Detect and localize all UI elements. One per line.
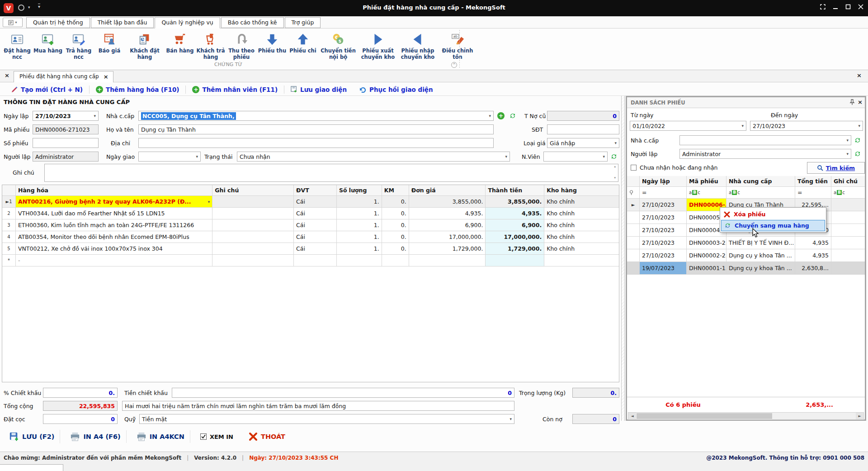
close-tab-right-icon[interactable]: × (857, 72, 862, 79)
ribbon-button-khach-dat-hang[interactable]: Khách đặt hàng (125, 31, 165, 62)
xem-in-checkbox[interactable]: XEM IN (195, 432, 239, 442)
add-item-button[interactable]: + Thêm hàng hóa (F10) (90, 86, 185, 93)
refresh-panel-user-icon[interactable] (853, 149, 862, 158)
maximize-icon[interactable] (845, 4, 851, 11)
n-vien-field[interactable]: ▾ (543, 152, 608, 162)
ngay-giao-field[interactable]: ▾ (138, 152, 201, 162)
print-a4-button[interactable]: IN A4 (F6) (65, 430, 126, 443)
col-kho-hang[interactable]: Kho hàng (544, 185, 619, 195)
filter-row[interactable]: = aBc aBc = aBc (627, 187, 865, 199)
ribbon-button-phieu-xuat-chuyen-kho[interactable]: Phiếu xuất chuyển kho (358, 31, 398, 62)
tien-chiet-khau-field[interactable]: 0 (172, 388, 514, 398)
exit-button[interactable]: THOÁT (243, 430, 291, 443)
print-a4kcn-button[interactable]: IN A4KCN (131, 430, 190, 443)
scroll-right-icon[interactable]: ► (856, 413, 863, 419)
tab-quan-tri-he-thong[interactable]: Quản trị hệ thống (26, 17, 90, 28)
abc-filter-icon[interactable]: aBc (726, 187, 795, 198)
app-menu-button[interactable]: ▾ (3, 18, 23, 27)
ribbon-button-bao-gia[interactable]: Báo giá (94, 31, 125, 55)
add-supplier-icon[interactable]: + (496, 111, 505, 120)
order-row-selected[interactable]: 19/07/2023 DHN00001-1... Dụng cụ y khoa … (627, 262, 865, 275)
col-dvt[interactable]: ĐVT (294, 185, 337, 195)
refresh-employee-icon[interactable] (609, 152, 618, 161)
new-button[interactable]: Tạo mới (Ctrl + N) (5, 86, 89, 93)
ribbon-button-dieu-chinh-ton[interactable]: ab Điều chỉnh tồn (438, 31, 477, 62)
item-row[interactable]: ► 1 ANT00216, Giường bệnh 2 tay quay ALK… (2, 196, 619, 208)
ribbon-button-phieu-nhap-chuyen-kho[interactable]: Phiếu nhập chuyển kho (398, 31, 438, 62)
ngay-lap-field[interactable]: 27/10/2023▾ (33, 111, 99, 121)
save-button[interactable]: LƯU (F2) (4, 430, 60, 443)
scrollbar-thumb[interactable] (637, 413, 772, 419)
tu-ngay-field[interactable]: 01/10/2022▾ (630, 121, 746, 131)
convert-to-purchase-menu-item[interactable]: Chuyển sang mua hàng (721, 220, 825, 231)
close-tab-left-icon[interactable]: × (5, 72, 9, 79)
scroll-left-icon[interactable]: ◄ (628, 413, 636, 419)
document-tab-active[interactable]: Phiếu đặt hàng nhà cung cấp × (14, 71, 113, 82)
ho-ten-field[interactable]: Dụng cụ Tân Thành (138, 124, 494, 134)
ribbon-button-phieu-thu[interactable]: Phiếu thu (257, 31, 288, 55)
fit-screen-icon[interactable] (820, 4, 826, 11)
order-row[interactable]: 27/10/2023 DHN00002-2... Dụng cụ y khoa … (627, 249, 865, 262)
ribbon-button-ban-hang[interactable]: Bán hàng (165, 31, 195, 55)
tab-bao-cao-thong-ke[interactable]: Báo cáo thống kê (221, 17, 284, 28)
dat-coc-field[interactable]: 0 (43, 414, 118, 424)
item-row[interactable]: 4 ATB00354, Monitor theo dõi bệnh nhân E… (2, 231, 619, 243)
close-panel-icon[interactable]: × (858, 99, 863, 105)
ribbon-button-thu-theo-phieu[interactable]: Thu theo phiếu (226, 31, 257, 62)
loai-gia-field[interactable]: Giá nhập▾ (547, 138, 619, 148)
ribbon-button-tra-hang-ncc[interactable]: Trả hàng ncc (63, 31, 94, 62)
refresh-supplier-icon[interactable] (508, 111, 517, 120)
abc-filter-icon[interactable]: aBc (831, 187, 865, 198)
quy-field[interactable]: Tiền mặt▾ (139, 414, 514, 424)
ribbon-button-phieu-chi[interactable]: Phiếu chi (288, 31, 318, 55)
sdt-field[interactable] (547, 124, 619, 134)
tab-tro-giup[interactable]: Trợ giúp (285, 17, 321, 28)
den-ngay-field[interactable]: 27/10/2023▾ (750, 121, 863, 131)
restore-layout-button[interactable]: Phục hồi giao diện (353, 86, 439, 93)
item-row[interactable]: 3 ETH00360, Kim luồn tĩnh mạch an toàn 2… (2, 219, 619, 231)
new-item-row[interactable]: * - (2, 255, 619, 266)
close-tab-icon[interactable]: × (104, 73, 108, 82)
ribbon-button-mua-hang[interactable]: Mua hàng (33, 31, 63, 55)
abc-filter-icon[interactable]: aBc (687, 187, 726, 198)
ghi-chu-field[interactable]: ▴▾ (44, 164, 618, 182)
col-ghi-chu[interactable]: Ghi chú (831, 176, 865, 186)
panel-splitter[interactable] (621, 96, 625, 421)
equals-filter-icon[interactable]: = (795, 187, 831, 198)
pin-icon[interactable] (849, 99, 855, 107)
tab-quan-ly-nghiep-vu[interactable]: Quản lý nghiệp vụ (155, 17, 220, 29)
order-row[interactable]: 27/10/2023 DHN00003-2... THIẾT BỊ Y TẾ V… (627, 237, 865, 249)
tab-thiet-lap-ban-dau[interactable]: Thiết lập ban đầu (91, 17, 154, 28)
col-hang-hoa[interactable]: Hàng hóa (16, 185, 212, 195)
dia-chi-field[interactable] (138, 138, 494, 148)
col-thanh-tien[interactable]: Thành tiền (486, 185, 544, 195)
col-nha-cung-cap[interactable]: Nhà cung cấp (726, 176, 795, 186)
item-row[interactable]: 5 VNT00212, Xe chở đồ vải inox 100x70x75… (2, 243, 619, 255)
col-ngay-lap[interactable]: Ngày lập (640, 176, 687, 186)
col-ma-phieu[interactable]: Mã phiếu (687, 176, 726, 186)
equals-filter-icon[interactable]: = (640, 187, 687, 198)
nha-cc-field[interactable]: NCC005, Dụng cụ Tân Thành,▾ (138, 111, 494, 121)
col-ghi-chu[interactable]: Ghi chú (212, 185, 294, 195)
item-row[interactable]: 2 VTH00344, Lưỡi dao mổ Fearther Nhật số… (2, 208, 619, 219)
chiet-khau-pct-field[interactable]: 0. (43, 388, 118, 398)
trang-thai-field[interactable]: Chưa nhận▾ (237, 152, 510, 162)
scrollbar-arrows-icon[interactable]: ▴▾ (614, 165, 616, 180)
delete-order-menu-item[interactable]: Xóa phiếu (721, 209, 825, 220)
minimize-icon[interactable] (833, 4, 838, 11)
ribbon-collapse-icon[interactable]: ^ (451, 62, 457, 68)
ribbon-button-khach-tra-hang[interactable]: Khách trả hàng (195, 31, 226, 62)
col-don-gia[interactable]: Đơn giá (409, 185, 486, 195)
panel-nguoi-lap-field[interactable]: Administrator▾ (679, 149, 851, 159)
so-phieu-field[interactable] (33, 138, 99, 148)
panel-nha-cc-field[interactable]: ▾ (679, 135, 851, 145)
status-filter-checkbox[interactable] (631, 165, 637, 171)
horizontal-scrollbar[interactable]: ◄ ► (628, 412, 864, 420)
search-button[interactable]: Tìm kiếm (807, 162, 865, 174)
close-window-icon[interactable] (858, 4, 863, 11)
save-layout-button[interactable]: Lưu giao diện (284, 86, 353, 93)
col-so-luong[interactable]: Số lượng (337, 185, 382, 195)
ribbon-button-chuyen-tien-noi-bo[interactable]: €$ Chuyển tiền nội bộ (318, 31, 358, 62)
refresh-panel-supplier-icon[interactable] (853, 136, 862, 145)
ribbon-button-dat-hang-ncc[interactable]: Đặt hàng ncc (2, 31, 33, 62)
